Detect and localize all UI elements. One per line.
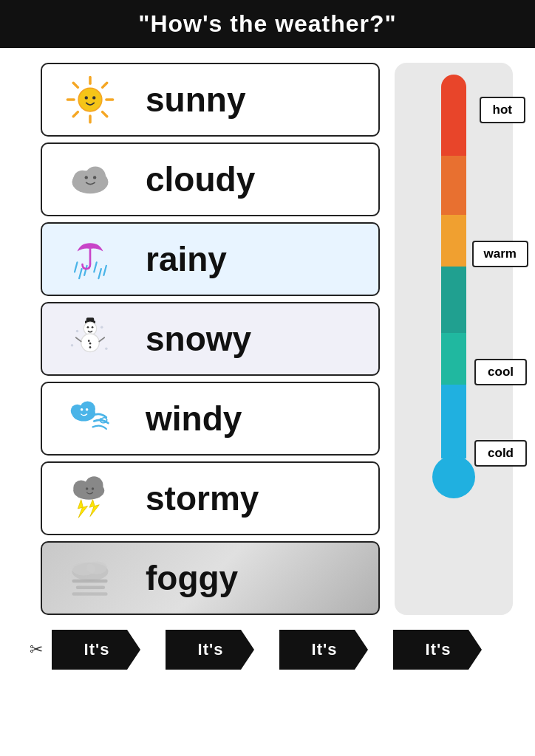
label-cold: cold — [474, 440, 527, 467]
thermo-bulb — [432, 456, 475, 498]
snow-icon — [42, 303, 138, 374]
svg-point-29 — [84, 322, 97, 335]
its-badge-2: It's — [166, 630, 266, 670]
svg-point-35 — [89, 346, 92, 348]
svg-line-6 — [103, 83, 107, 87]
svg-point-10 — [92, 96, 95, 99]
svg-line-16 — [75, 262, 78, 272]
svg-line-19 — [103, 266, 106, 275]
svg-line-20 — [79, 269, 82, 278]
svg-line-5 — [103, 112, 107, 117]
fog-icon — [42, 543, 138, 614]
thermo-segment-hot — [441, 75, 466, 156]
its-badge-1: It's — [52, 630, 152, 670]
svg-point-45 — [85, 476, 103, 495]
svg-point-9 — [85, 96, 88, 99]
svg-point-42 — [86, 408, 89, 411]
svg-line-36 — [76, 337, 81, 341]
weather-word-rainy: rainy — [138, 239, 378, 279]
cloud-icon — [42, 144, 138, 215]
thermometer: hot warm cool cold — [395, 63, 513, 615]
storm-icon — [42, 463, 138, 534]
weather-word-windy: windy — [138, 399, 378, 439]
rain-icon — [42, 224, 138, 295]
svg-point-41 — [81, 408, 84, 411]
its-arrow-3: It's — [279, 630, 368, 670]
weather-word-sunny: sunny — [138, 80, 378, 120]
svg-point-24 — [100, 326, 103, 329]
scissors-icon: ✂ — [30, 640, 43, 659]
main-content: sunny cloudy — [0, 48, 535, 622]
svg-line-17 — [84, 266, 87, 275]
svg-rect-54 — [76, 586, 105, 589]
svg-point-23 — [76, 330, 79, 333]
svg-rect-28 — [86, 317, 95, 322]
svg-point-46 — [86, 487, 89, 490]
svg-point-8 — [78, 88, 102, 111]
thermo-segment-amber — [441, 215, 466, 267]
thermo-segment-orange — [441, 156, 466, 215]
weather-word-stormy: stormy — [138, 478, 378, 518]
svg-line-21 — [98, 269, 101, 278]
svg-point-30 — [87, 326, 89, 329]
label-warm: warm — [472, 241, 528, 267]
svg-point-25 — [71, 344, 74, 347]
weather-card-rainy: rainy — [41, 222, 380, 296]
weather-word-snowy: snowy — [138, 319, 378, 359]
label-hot: hot — [480, 97, 525, 123]
svg-point-52 — [86, 561, 107, 574]
weather-card-foggy: foggy — [41, 541, 380, 615]
thermo-segment-teal — [441, 267, 466, 333]
its-badge-3: It's — [279, 630, 380, 670]
thermo-segment-teal2 — [441, 333, 466, 385]
svg-line-18 — [94, 262, 97, 272]
page-title: "How's the weather?" — [0, 0, 535, 48]
wind-icon — [42, 383, 138, 454]
weather-card-cloudy: cloudy — [41, 142, 380, 216]
weather-card-stormy: stormy — [41, 461, 380, 535]
bottom-section: ✂ It's It's It's It's — [0, 622, 535, 677]
its-badge-4: It's — [393, 630, 482, 670]
weather-card-windy: windy — [41, 382, 380, 456]
svg-point-47 — [92, 487, 95, 490]
weather-word-foggy: foggy — [138, 558, 378, 598]
weather-card-snowy: snowy — [41, 302, 380, 376]
weather-list: sunny cloudy — [41, 63, 380, 615]
weather-word-cloudy: cloudy — [138, 159, 378, 199]
svg-point-14 — [85, 176, 88, 179]
svg-line-4 — [73, 83, 78, 87]
label-cool: cool — [474, 359, 527, 385]
svg-rect-55 — [72, 592, 108, 595]
svg-line-37 — [99, 337, 104, 341]
its-arrow-2: It's — [166, 630, 254, 670]
svg-point-15 — [93, 176, 96, 179]
svg-marker-48 — [78, 500, 87, 518]
svg-point-26 — [105, 347, 108, 350]
svg-point-31 — [92, 326, 94, 329]
thermo-body: hot warm cool cold — [395, 75, 513, 498]
its-arrow-4: It's — [393, 630, 482, 670]
svg-marker-49 — [89, 500, 99, 517]
its-arrow-1: It's — [52, 630, 140, 670]
thermo-segment-blue — [441, 385, 466, 458]
weather-card-sunny: sunny — [41, 63, 380, 137]
svg-point-34 — [89, 343, 92, 345]
svg-rect-53 — [72, 580, 108, 583]
svg-line-7 — [73, 112, 78, 117]
svg-point-33 — [88, 340, 90, 342]
sun-icon — [42, 64, 138, 135]
